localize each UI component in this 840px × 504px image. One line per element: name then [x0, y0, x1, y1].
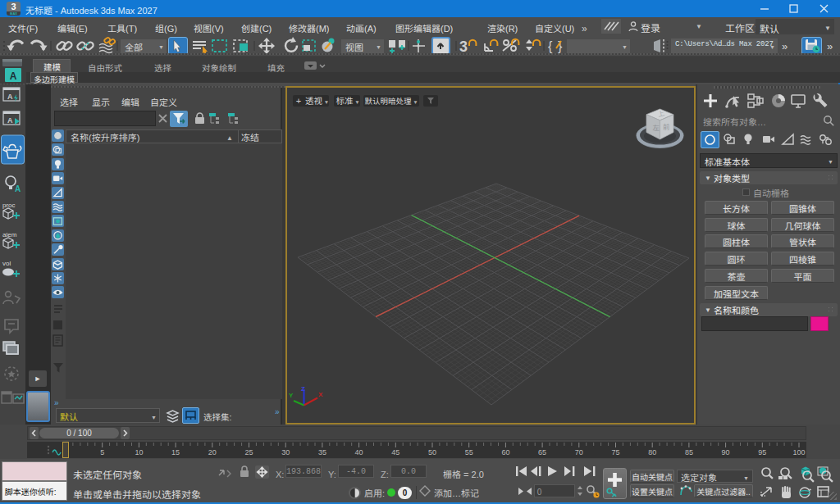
svg-text:15: 15	[171, 448, 180, 456]
svg-text:50: 50	[428, 448, 436, 456]
svg-text:95: 95	[758, 448, 766, 456]
svg-text:60: 60	[501, 448, 509, 456]
svg-text:Y: Y	[289, 392, 294, 399]
svg-text:20: 20	[208, 448, 217, 456]
svg-text:80: 80	[648, 448, 656, 456]
svg-text:Z: Z	[301, 385, 305, 393]
svg-text:90: 90	[722, 448, 730, 456]
svg-text:30: 30	[281, 448, 290, 456]
svg-text:5: 5	[100, 448, 104, 456]
svg-text:alem: alem	[2, 231, 17, 238]
svg-text:{: {	[548, 39, 553, 53]
svg-text:前: 前	[663, 121, 670, 131]
svg-text:85: 85	[685, 448, 693, 456]
svg-text:A: A	[15, 184, 21, 193]
svg-text:A: A	[10, 70, 17, 82]
svg-text:上: 上	[657, 108, 665, 119]
svg-text:proc: proc	[2, 202, 16, 209]
svg-text:25: 25	[244, 448, 253, 456]
svg-text:65: 65	[538, 448, 546, 456]
svg-text:3: 3	[459, 39, 468, 55]
svg-text:左: 左	[653, 122, 660, 132]
svg-text:45: 45	[391, 448, 399, 456]
svg-text:40: 40	[355, 448, 363, 456]
svg-text:A: A	[7, 93, 13, 101]
svg-text:X: X	[318, 391, 323, 398]
svg-text:vol: vol	[2, 260, 11, 267]
svg-text:100: 100	[792, 448, 805, 456]
svg-text:75: 75	[611, 448, 619, 456]
svg-text:70: 70	[575, 448, 583, 456]
svg-text:A: A	[7, 116, 13, 125]
svg-text:10: 10	[135, 448, 143, 456]
svg-text:35: 35	[318, 448, 326, 456]
svg-text:55: 55	[465, 448, 473, 456]
